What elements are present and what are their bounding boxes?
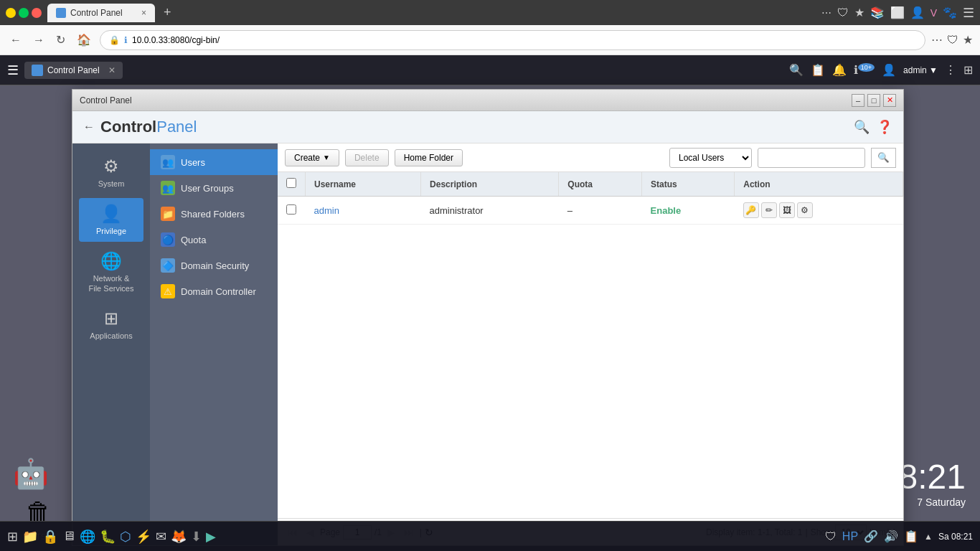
browser-icon-8[interactable]: 🐾 [943,6,957,19]
search-input[interactable] [758,148,865,168]
row-status: Enable [642,197,735,225]
cp-title: Control Panel [80,95,846,105]
apps-icon[interactable]: ⊞ [963,63,973,77]
browser-menu-btn[interactable]: ☰ [963,5,974,21]
taskbar-download-icon[interactable]: ⬇ [191,529,202,545]
taskbar-hp-icon[interactable]: HP [842,530,858,543]
cp-restore-btn[interactable]: □ [867,94,880,107]
sidebar-item-system[interactable]: ⚙ System [79,151,143,194]
taskbar-terminal-icon[interactable]: 🖥 [62,529,75,544]
sidebar-item-network[interactable]: 🌐 Network &File Services [79,245,143,298]
action-edit-btn[interactable]: ✏ [761,202,777,218]
action-key-btn[interactable]: 🔑 [743,202,759,218]
action-icons: 🔑 ✏ 🖼 ⚙ [743,202,895,218]
subsidebar-domain-security[interactable]: 🔷 Domain Security [150,253,278,278]
home-folder-btn[interactable]: Home Folder [395,149,463,166]
back-button[interactable]: ← [83,121,95,133]
quota-icon: 🔵 [161,232,175,247]
browser-icon-1[interactable]: ⋯ [821,7,831,19]
taskbar-browser-icon[interactable]: 🦊 [171,529,187,545]
browser-icon-3[interactable]: ★ [854,6,864,19]
nav-back-btn[interactable]: ← [7,31,24,50]
shared-folders-icon: 📁 [161,207,175,221]
nav-home-btn[interactable]: 🏠 [74,30,94,50]
cp-close-btn[interactable]: ✕ [883,94,896,107]
qts-tab-close[interactable]: ✕ [108,65,116,75]
browser-icon-4[interactable]: 📚 [870,6,885,19]
info-icon[interactable]: ℹ10+ [854,63,875,77]
browser-titlebar: Control Panel × + ⋯ 🛡 ★ 📚 ⬜ 👤 V 🐾 ☰ [0,0,980,25]
browser-icon-5[interactable]: ⬜ [890,6,905,19]
more-options-icon[interactable]: ⋮ [945,63,956,77]
select-all-checkbox[interactable] [286,178,296,188]
add-tab-btn[interactable]: + [164,5,171,20]
action-more-btn[interactable]: ⚙ [797,202,813,218]
cp-main: Create ▼ Delete Home Folder Local Users … [278,143,903,545]
browser-close-btn[interactable] [32,8,42,18]
filter-select[interactable]: Local Users Domain Users [669,148,752,168]
stack-icon[interactable]: 📋 [811,63,825,77]
desktop: 8:21 7 Saturday 🤖 🗑 QTS Control Panel – … [0,85,980,551]
taskbar-globe-icon[interactable]: 🌐 [80,529,95,545]
desktop-clock: 8:21 7 Saturday [899,457,966,508]
bookmark-icon[interactable]: ★ [963,33,973,47]
delete-btn[interactable]: Delete [345,149,389,166]
search-icon[interactable]: 🔍 [789,63,804,77]
shield-icon[interactable]: 🛡 [947,34,958,47]
sidebar-item-privilege[interactable]: 👤 Privilege [79,198,143,242]
browser-icon-2[interactable]: 🛡 [837,6,849,19]
search-btn[interactable]: 🔍 [871,148,896,168]
subsidebar-user-groups[interactable]: 👥 User Groups [150,175,278,201]
taskbar-bug-icon[interactable]: 🐛 [100,529,116,545]
cp-toolbar: Create ▼ Delete Home Folder Local Users … [278,143,903,172]
cp-header-title: ControlPanel [100,118,197,136]
taskbar-lock-icon[interactable]: 🔒 [42,529,58,545]
action-photo-btn[interactable]: 🖼 [779,202,795,218]
subsidebar-shared-folders[interactable]: 📁 Shared Folders [150,201,278,227]
row-actions: 🔑 ✏ 🖼 ⚙ [735,197,903,225]
qts-control-panel-tab[interactable]: Control Panel ✕ [24,62,123,79]
taskbar-video-icon[interactable]: ▶ [206,529,216,545]
browser-restore-btn[interactable] [19,8,29,18]
tab-close-btn[interactable]: × [141,8,146,18]
header-search-icon[interactable]: 🔍 [854,119,870,135]
current-user[interactable]: admin ▼ [903,65,938,75]
row-checkbox[interactable] [286,204,296,215]
subsidebar-users[interactable]: 👥 Users [150,149,278,175]
taskbar-settings-icon[interactable]: ⚡ [136,529,151,545]
header-help-icon[interactable]: ❓ [877,119,892,135]
table-row: admin administrator – Enable 🔑 ✏ 🖼 [278,197,903,225]
browser-tab-active[interactable]: Control Panel × [47,4,155,22]
table-header-row: Username Description Quota Status Action [278,172,903,197]
browser-window-controls [6,8,42,18]
taskbar-clipboard-icon[interactable]: 📋 [904,529,918,543]
extensions-icon[interactable]: ⋯ [931,33,943,47]
taskbar-files-icon[interactable]: 📁 [22,529,38,545]
browser-minimize-btn[interactable] [6,8,16,18]
nav-refresh-btn[interactable]: ↻ [53,30,68,50]
subsidebar-domain-controller[interactable]: ⚠ Domain Controller [150,278,278,304]
qts-menu-btn[interactable]: ☰ [7,62,19,78]
taskbar-up-icon[interactable]: ▲ [924,532,933,542]
sidebar-item-applications[interactable]: ⊞ Applications [79,303,143,347]
subsidebar-quota[interactable]: 🔵 Quota [150,227,278,253]
nav-forward-btn[interactable]: → [30,31,47,50]
user-groups-icon: 👥 [161,181,175,195]
browser-icon-6[interactable]: 👤 [910,6,925,19]
url-input[interactable] [132,35,916,45]
create-btn[interactable]: Create ▼ [285,149,339,166]
taskbar-mail-icon[interactable]: ✉ [156,529,166,545]
browser-icon-7[interactable]: V [930,7,937,19]
taskbar-vscode-icon[interactable]: ⬡ [120,529,131,545]
taskbar-network-icon[interactable]: 🔗 [864,529,878,543]
taskbar-volume-icon[interactable]: 🔊 [884,529,898,543]
taskbar-shield-icon[interactable]: 🛡 [825,530,837,543]
title-prefix: Control [100,118,156,136]
address-bar[interactable]: 🔒 ℹ [100,30,925,50]
user-icon[interactable]: 👤 [882,63,896,77]
robot-desktop-icon[interactable]: 🤖 [11,453,51,494]
notification-icon[interactable]: 🔔 [832,63,847,77]
domain-controller-icon: ⚠ [161,284,175,298]
taskbar-apps-icon[interactable]: ⊞ [7,529,18,545]
cp-minimize-btn[interactable]: – [852,94,864,107]
